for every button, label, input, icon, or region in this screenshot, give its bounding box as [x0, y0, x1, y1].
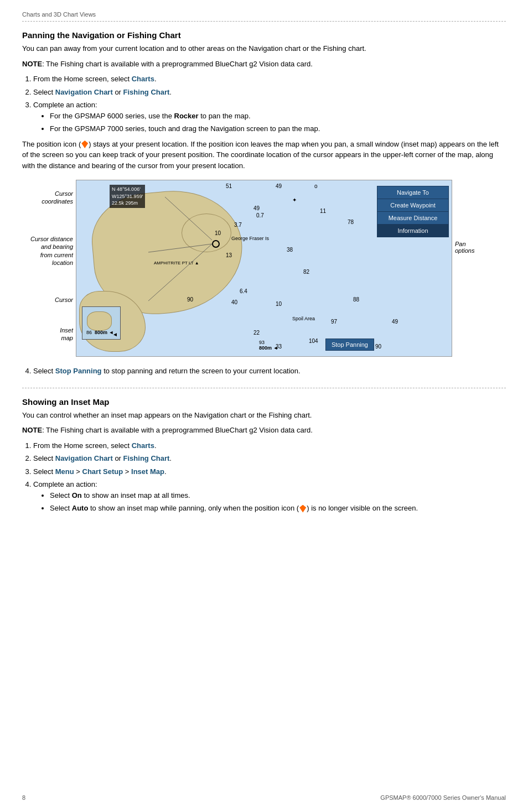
pan-options-menu: Navigate To Create Waypoint Measure Dist…: [377, 186, 449, 237]
section2-steps: From the Home screen, select Charts. Sel…: [33, 440, 506, 514]
step2-3: Select Menu > Chart Setup > Inset Map.: [33, 466, 506, 477]
step2-4a: Select On to show an inset map at all ti…: [50, 490, 506, 501]
step2-4b: Select Auto to show an inset map while p…: [50, 503, 506, 514]
footer-product: GPSMAP® 6000/7000 Series Owner's Manual: [380, 794, 506, 801]
cursor-distance-label: Cursor distanceand bearingfrom currentlo…: [4, 235, 73, 267]
step1-2: Select Navigation Chart or Fishing Chart…: [33, 87, 506, 98]
scale-bar-1: 86 800m ◄: [86, 330, 113, 335]
map-num-38: 38: [287, 247, 293, 253]
stop-panning-button[interactable]: Stop Panning: [325, 339, 374, 351]
map-num-51: 51: [226, 183, 232, 189]
spoil-area-label: Spoil Area: [292, 316, 315, 321]
coords-box: N 48°54.006' W125°31.959' 22.5k 295m: [110, 185, 145, 208]
inset-map-label: Insetmap: [4, 326, 73, 342]
map-num-97: 97: [331, 319, 337, 325]
step1-3b: For the GPSMAP 7000 series, touch and dr…: [50, 123, 506, 134]
section2-note: NOTE: The Fishing chart is available wit…: [22, 425, 506, 436]
map-num-11: 11: [320, 208, 326, 214]
map-num-88: 88: [353, 296, 359, 303]
figure-container: Cursorcoordinates Cursor distanceand bea…: [22, 180, 506, 357]
map-num-37: 3.7: [234, 222, 242, 228]
map-num-104: 104: [309, 338, 318, 344]
step1-4: Select Stop Panning to stop panning and …: [33, 366, 506, 377]
chart-map: N 48°54.006' W125°31.959' 22.5k 295m 51 …: [76, 180, 452, 357]
section1-steps: From the Home screen, select Charts. Sel…: [33, 74, 506, 134]
section1-step4: Select Stop Panning to stop panning and …: [33, 366, 506, 377]
map-num-82: 82: [303, 269, 309, 275]
map-num-78: 78: [348, 219, 354, 225]
map-num-90l: 90: [187, 296, 193, 303]
step2-2: Select Navigation Chart or Fishing Chart…: [33, 453, 506, 464]
map-num-13: 13: [226, 252, 232, 258]
pan-options-label: Panoptions: [455, 241, 502, 254]
map-num-49b: 49: [392, 319, 398, 325]
section2-intro: You can control whether an inset map app…: [22, 410, 506, 421]
cursor-label: Cursorcoordinates: [4, 190, 73, 206]
position-icon-text: The position icon () stays at your prese…: [22, 139, 506, 171]
george-fraser-label: George Fraser Is: [231, 236, 269, 241]
section2-title: Showing an Inset Map: [22, 397, 506, 407]
scale-bar-2: 93800m ◄: [259, 340, 278, 351]
section1-intro: You can pan away from your current locat…: [22, 43, 506, 54]
cursor-marker-label: Cursor: [4, 296, 73, 304]
map-num-07: 0.7: [256, 212, 264, 218]
map-num-49: 49: [253, 205, 260, 211]
map-num-40: 40: [231, 299, 237, 305]
map-num-star: ✦: [292, 197, 297, 203]
side-labels-left: Cursorcoordinates Cursor distanceand bea…: [4, 180, 73, 357]
position-icon-inline-2: [299, 505, 306, 513]
section1-note: NOTE: The Fishing chart is available wit…: [22, 59, 506, 70]
cursor-marker: [212, 240, 220, 248]
section-divider: [22, 388, 506, 388]
measure-distance-item[interactable]: Measure Distance: [377, 212, 448, 225]
map-num-22: 22: [253, 330, 260, 336]
map-num-49a: 49: [276, 183, 282, 189]
position-icon-inline: [81, 140, 88, 148]
map-num-10: 10: [215, 230, 221, 236]
amphitrite-label: AMPHITRITE PT LT ▲: [154, 261, 199, 266]
map-num-90b: 90: [375, 343, 381, 350]
map-num-o: o: [314, 183, 318, 189]
step1-3a: For the GPSMAP 6000 series, use the Rock…: [50, 111, 506, 122]
navigate-to-item[interactable]: Navigate To: [377, 186, 448, 199]
section1-title: Panning the Navigation or Fishing Chart: [22, 30, 506, 40]
footer-page: 8: [22, 794, 25, 801]
step1-1: From the Home screen, select Charts.: [33, 74, 506, 85]
step1-3: Complete an action: For the GPSMAP 6000 …: [33, 100, 506, 134]
map-num-10b: 10: [276, 301, 282, 307]
information-item[interactable]: Information: [377, 225, 448, 237]
footer: 8 GPSMAP® 6000/7000 Series Owner's Manua…: [22, 794, 506, 801]
create-waypoint-item[interactable]: Create Waypoint: [377, 199, 448, 212]
breadcrumb: Charts and 3D Chart Views: [22, 11, 506, 22]
step2-4: Complete an action: Select On to show an…: [33, 479, 506, 514]
step2-1: From the Home screen, select Charts.: [33, 440, 506, 451]
map-num-64: 6.4: [240, 288, 247, 294]
